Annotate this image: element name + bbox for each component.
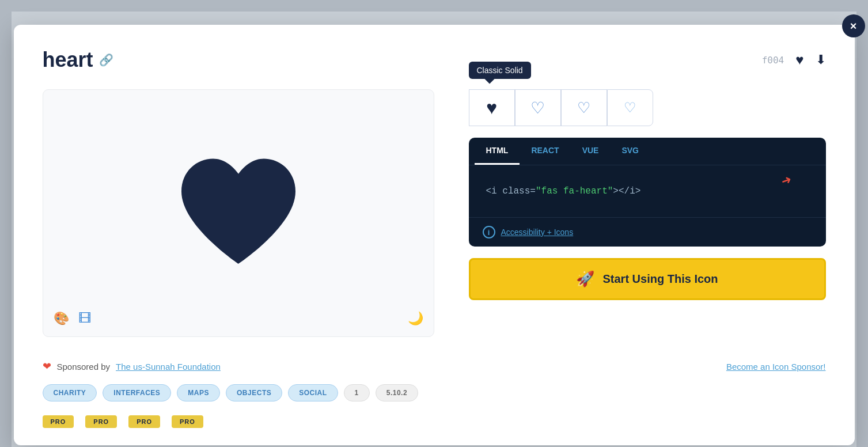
favorite-button[interactable]: ♥ bbox=[795, 52, 803, 68]
tag-social[interactable]: SOCIAL bbox=[288, 384, 338, 401]
pro-badge-1: PRO bbox=[43, 415, 74, 428]
code-line: <i class="fas fa-heart"></i> bbox=[486, 186, 641, 196]
red-arrow: ➜ bbox=[778, 170, 794, 192]
tab-react[interactable]: REACT bbox=[520, 138, 570, 165]
accessibility-link[interactable]: Accessibility + Icons bbox=[501, 228, 574, 237]
variant-regular[interactable]: ♡ bbox=[515, 89, 561, 126]
tag-charity[interactable]: CHARITY bbox=[43, 384, 97, 401]
tag-version[interactable]: 5.10.2 bbox=[376, 384, 418, 401]
variant-light[interactable]: ♡ bbox=[561, 89, 607, 126]
variant-thin[interactable]: ♡ bbox=[607, 89, 653, 126]
sponsor-link[interactable]: The us-Sunnah Foundation bbox=[116, 362, 221, 372]
download-button[interactable]: ⬇ bbox=[816, 52, 826, 67]
tab-vue[interactable]: VUE bbox=[571, 138, 611, 165]
tag-interfaces[interactable]: INTERFACES bbox=[103, 384, 171, 401]
tooltip: Classic Solid bbox=[469, 62, 531, 79]
tag-maps[interactable]: MAPS bbox=[177, 384, 220, 401]
sponsor-row: ❤ Sponsored by The us-Sunnah Foundation … bbox=[43, 354, 826, 373]
tab-svg[interactable]: SVG bbox=[610, 138, 650, 165]
code-body: <i class="fas fa-heart"></i> ➜ bbox=[469, 165, 826, 217]
tag-objects[interactable]: OBJECTS bbox=[226, 384, 282, 401]
tags-row: CHARITY INTERFACES MAPS OBJECTS SOCIAL 1… bbox=[43, 384, 826, 401]
cta-label: Start Using This Icon bbox=[602, 272, 718, 286]
header-row: heart 🔗 f004 ♥ ⬇ bbox=[43, 48, 826, 72]
header-left: heart 🔗 bbox=[43, 48, 113, 72]
pro-badge-2: PRO bbox=[85, 415, 117, 428]
close-button[interactable]: × bbox=[842, 14, 865, 37]
modal: × heart 🔗 f004 ♥ ⬇ bbox=[14, 25, 855, 445]
pro-badge-3: PRO bbox=[128, 415, 160, 428]
style-variants: Classic Solid ♥ ♡ ♡ ♡ bbox=[469, 89, 826, 126]
icon-preview-box: 🎨 🎞 🌙 bbox=[43, 89, 434, 337]
tab-html[interactable]: HTML bbox=[475, 138, 520, 165]
info-icon: i bbox=[483, 226, 495, 238]
sponsor-heart-icon: ❤ bbox=[43, 360, 51, 373]
film-icon[interactable]: 🎞 bbox=[78, 311, 91, 326]
heart-preview-svg bbox=[175, 156, 302, 271]
code-tabs: HTML REACT VUE SVG bbox=[469, 138, 826, 165]
rocket-icon: 🚀 bbox=[576, 270, 594, 288]
tag-count[interactable]: 1 bbox=[344, 384, 370, 401]
code-footer: i Accessibility + Icons bbox=[469, 217, 826, 247]
preview-toolbar: 🎨 🎞 bbox=[54, 311, 91, 326]
left-panel: 🎨 🎞 🌙 bbox=[43, 89, 446, 337]
sponsor-text: Sponsored by bbox=[57, 362, 111, 372]
pro-badge-4: PRO bbox=[172, 415, 203, 428]
variant-solid[interactable]: ♥ bbox=[469, 89, 515, 126]
sponsor-left: ❤ Sponsored by The us-Sunnah Foundation bbox=[43, 360, 221, 373]
content-area: 🎨 🎞 🌙 Classic Solid ♥ ♡ ♡ ♡ bbox=[43, 89, 826, 337]
right-panel: Classic Solid ♥ ♡ ♡ ♡ HTML REACT VUE SVG bbox=[469, 89, 826, 337]
dark-mode-toggle[interactable]: 🌙 bbox=[408, 311, 423, 326]
bottom-pro-row: PRO PRO PRO PRO bbox=[43, 415, 826, 428]
unicode-code: f004 bbox=[762, 55, 784, 66]
header-right: f004 ♥ ⬇ bbox=[762, 52, 826, 68]
code-panel: HTML REACT VUE SVG <i class="fas fa-hear… bbox=[469, 138, 826, 247]
palette-icon[interactable]: 🎨 bbox=[54, 311, 69, 326]
cta-button[interactable]: 🚀 Start Using This Icon bbox=[469, 258, 826, 300]
icon-name: heart bbox=[43, 48, 93, 72]
become-sponsor-link[interactable]: Become an Icon Sponsor! bbox=[726, 362, 826, 372]
modal-overlay: × heart 🔗 f004 ♥ ⬇ bbox=[12, 12, 856, 447]
link-icon[interactable]: 🔗 bbox=[99, 53, 113, 67]
